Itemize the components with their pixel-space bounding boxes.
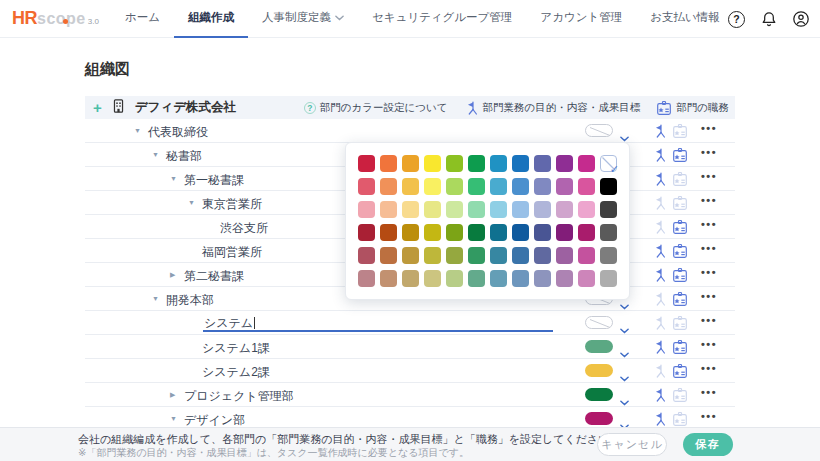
cancel-button[interactable]: キャンセル xyxy=(597,433,667,456)
no-color-swatch[interactable]: ✓ xyxy=(600,155,617,172)
badge-icon[interactable] xyxy=(672,387,688,403)
color-swatch[interactable] xyxy=(600,270,617,287)
help-icon[interactable]: ? xyxy=(727,10,746,29)
row-menu-button[interactable]: ••• xyxy=(701,146,717,158)
row-menu-button[interactable]: ••• xyxy=(701,386,717,398)
badge-icon[interactable] xyxy=(672,363,688,379)
nav-item-2[interactable]: 組織作成 xyxy=(174,0,248,38)
row-menu-button[interactable]: ••• xyxy=(701,266,717,278)
row-menu-button[interactable]: ••• xyxy=(701,410,717,422)
color-swatch[interactable] xyxy=(534,270,551,287)
brand-logo[interactable]: HRscope3.0 xyxy=(12,8,99,29)
goal-icon[interactable] xyxy=(652,291,667,307)
goal-icon[interactable] xyxy=(652,219,667,235)
color-swatch[interactable] xyxy=(578,224,595,241)
color-swatch[interactable] xyxy=(534,155,551,172)
save-button[interactable]: 保存 xyxy=(683,433,733,456)
color-swatch[interactable] xyxy=(358,270,375,287)
badge-icon[interactable] xyxy=(672,315,688,331)
color-swatch[interactable] xyxy=(556,247,573,264)
color-pill[interactable] xyxy=(585,388,613,401)
color-swatch[interactable] xyxy=(402,224,419,241)
row-menu-button[interactable]: ••• xyxy=(701,170,717,182)
color-swatch[interactable] xyxy=(556,224,573,241)
color-swatch[interactable] xyxy=(534,247,551,264)
color-swatch[interactable] xyxy=(380,247,397,264)
color-swatch[interactable] xyxy=(424,247,441,264)
color-swatch[interactable] xyxy=(512,247,529,264)
badge-icon[interactable] xyxy=(672,123,688,139)
badge-icon[interactable] xyxy=(672,267,688,283)
color-swatch[interactable] xyxy=(600,224,617,241)
band-link-2[interactable]: 部門業務の目的・内容・成果目標 xyxy=(464,100,641,116)
color-swatch[interactable] xyxy=(402,270,419,287)
color-swatch[interactable] xyxy=(578,201,595,218)
color-swatch[interactable] xyxy=(512,201,529,218)
color-swatch[interactable] xyxy=(402,155,419,172)
color-swatch[interactable] xyxy=(380,178,397,195)
color-swatch[interactable] xyxy=(402,201,419,218)
color-swatch[interactable] xyxy=(512,224,529,241)
color-swatch[interactable] xyxy=(556,270,573,287)
badge-icon[interactable] xyxy=(672,339,688,355)
color-swatch[interactable] xyxy=(556,178,573,195)
color-swatch[interactable] xyxy=(380,155,397,172)
goal-icon[interactable] xyxy=(652,243,667,259)
add-department-button[interactable]: + xyxy=(93,100,102,115)
expand-triangle-icon[interactable]: ▶ xyxy=(170,391,175,398)
color-swatch[interactable] xyxy=(578,178,595,195)
row-menu-button[interactable]: ••• xyxy=(701,218,717,230)
row-menu-button[interactable]: ••• xyxy=(701,290,717,302)
color-swatch[interactable] xyxy=(468,178,485,195)
color-swatch[interactable] xyxy=(402,247,419,264)
color-swatch[interactable] xyxy=(468,224,485,241)
color-swatch[interactable] xyxy=(490,178,507,195)
color-swatch[interactable] xyxy=(424,201,441,218)
nav-item-6[interactable]: お支払い情報 xyxy=(636,0,734,38)
color-pill[interactable] xyxy=(585,364,613,377)
badge-icon[interactable] xyxy=(672,219,688,235)
color-swatch[interactable] xyxy=(578,247,595,264)
collapse-triangle-icon[interactable]: ▼ xyxy=(152,295,159,302)
color-swatch[interactable] xyxy=(468,247,485,264)
goal-icon[interactable] xyxy=(652,315,667,331)
color-swatch[interactable] xyxy=(468,155,485,172)
row-menu-button[interactable]: ••• xyxy=(701,194,717,206)
goal-icon[interactable] xyxy=(652,195,667,211)
goal-icon[interactable] xyxy=(652,123,667,139)
color-swatch[interactable] xyxy=(490,155,507,172)
color-swatch[interactable] xyxy=(512,155,529,172)
department-name-input[interactable]: システム xyxy=(203,313,553,332)
row-menu-button[interactable]: ••• xyxy=(701,314,717,326)
band-link-1[interactable]: ?部門のカラー設定について xyxy=(304,101,448,115)
goal-icon[interactable] xyxy=(652,411,667,427)
color-swatch[interactable] xyxy=(534,224,551,241)
band-link-3[interactable]: 部門の職務 xyxy=(656,100,729,116)
row-menu-button[interactable]: ••• xyxy=(701,122,717,134)
bell-icon[interactable] xyxy=(759,10,778,29)
color-swatch[interactable] xyxy=(512,178,529,195)
color-swatch[interactable] xyxy=(446,270,463,287)
collapse-triangle-icon[interactable]: ▼ xyxy=(134,127,141,134)
badge-icon[interactable] xyxy=(672,291,688,307)
badge-icon[interactable] xyxy=(672,147,688,163)
color-pill[interactable] xyxy=(585,316,613,329)
goal-icon[interactable] xyxy=(652,267,667,283)
color-swatch[interactable] xyxy=(468,201,485,218)
color-swatch[interactable] xyxy=(358,178,375,195)
color-swatch[interactable] xyxy=(380,224,397,241)
collapse-triangle-icon[interactable]: ▼ xyxy=(188,199,195,206)
color-swatch[interactable] xyxy=(446,201,463,218)
color-swatch[interactable] xyxy=(490,270,507,287)
nav-item-3[interactable]: 人事制度定義 xyxy=(248,0,358,38)
goal-icon[interactable] xyxy=(652,339,667,355)
color-swatch[interactable] xyxy=(534,201,551,218)
color-swatch[interactable] xyxy=(556,155,573,172)
account-icon[interactable] xyxy=(791,10,810,29)
badge-icon[interactable] xyxy=(672,243,688,259)
row-menu-button[interactable]: ••• xyxy=(701,338,717,350)
goal-icon[interactable] xyxy=(652,171,667,187)
color-swatch[interactable] xyxy=(380,201,397,218)
color-swatch[interactable] xyxy=(468,270,485,287)
color-swatch[interactable] xyxy=(600,178,617,195)
